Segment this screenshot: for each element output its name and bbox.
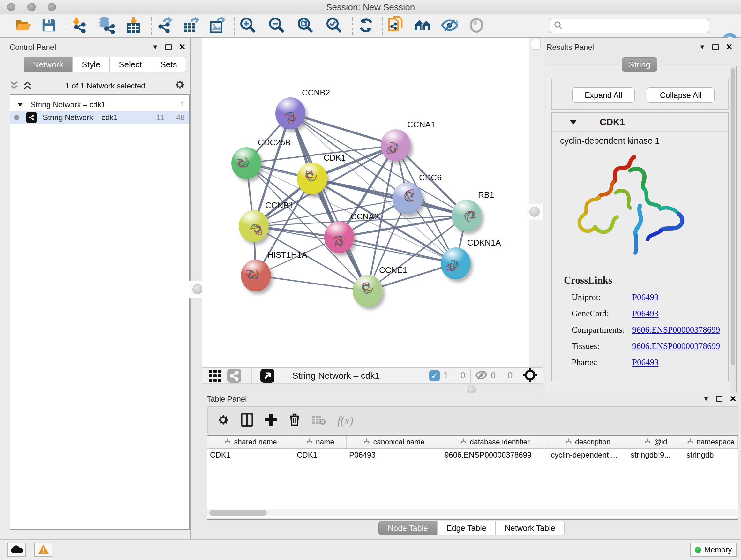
results-panel-close-icon[interactable]: ✕ bbox=[726, 42, 733, 52]
open-session-button[interactable] bbox=[13, 16, 33, 36]
crosslink-link[interactable]: 9606.ENSP00000378699 bbox=[632, 325, 720, 335]
table-cell[interactable]: 9606.ENSP00000378699 bbox=[442, 449, 548, 461]
zoom-in-button[interactable] bbox=[238, 16, 258, 36]
table-panel-collapse-icon[interactable]: ▼ bbox=[703, 395, 709, 402]
control-panel-collapse-icon[interactable]: ▼ bbox=[152, 44, 158, 51]
refresh-view-button[interactable] bbox=[356, 16, 376, 36]
collapse-all-button[interactable]: Collapse All bbox=[647, 87, 715, 103]
tab-string[interactable]: String bbox=[622, 57, 657, 71]
export-table-button[interactable] bbox=[181, 16, 201, 36]
clone-network-button[interactable] bbox=[386, 16, 406, 36]
expand-all-networks-icon[interactable] bbox=[23, 80, 32, 91]
network-edge[interactable] bbox=[290, 113, 396, 145]
network-node-cdc25b[interactable] bbox=[231, 147, 261, 179]
export-network-button[interactable] bbox=[155, 16, 175, 36]
select-columns-icon[interactable] bbox=[241, 413, 253, 428]
table-cell[interactable]: stringdb bbox=[684, 449, 738, 461]
network-node-ccnb1[interactable] bbox=[239, 210, 269, 242]
tab-edge-table[interactable]: Edge Table bbox=[437, 521, 495, 535]
tab-network-table[interactable]: Network Table bbox=[495, 521, 564, 535]
column-header-namespace[interactable]: namespace bbox=[684, 436, 738, 448]
network-canvas[interactable]: CCNB2CCNA1CDC25BCDK1CDC6RB1CCNB1CCNA2CDK… bbox=[202, 38, 529, 367]
control-panel-close-icon[interactable]: ✕ bbox=[179, 42, 186, 52]
column-header-sharedname[interactable]: shared name bbox=[207, 436, 294, 448]
hide-selected-button[interactable] bbox=[440, 16, 460, 36]
canvas-vertical-scrollbar[interactable] bbox=[529, 38, 542, 367]
canvas-scrollbar-thumb[interactable] bbox=[531, 39, 541, 50]
hidden-eye-slash-icon[interactable] bbox=[475, 370, 488, 382]
selected-checkbox-icon[interactable]: ✓ bbox=[429, 370, 440, 381]
tree-expand-icon[interactable] bbox=[17, 103, 23, 106]
search-field[interactable] bbox=[550, 19, 710, 33]
tab-node-table[interactable]: Node Table bbox=[379, 521, 437, 535]
table-row[interactable]: CDK1CDK1P064939606.ENSP00000378699cyclin… bbox=[207, 449, 738, 461]
cloud-status-button[interactable] bbox=[7, 543, 26, 557]
network-node-ccna1[interactable] bbox=[381, 129, 411, 161]
grid-view-icon[interactable] bbox=[207, 366, 223, 386]
expand-all-button[interactable]: Expand All bbox=[572, 87, 635, 103]
tab-network[interactable]: Network bbox=[23, 57, 72, 72]
column-header-id[interactable]: @id bbox=[628, 436, 684, 448]
results-panel-float-icon[interactable] bbox=[712, 44, 719, 51]
first-neighbors-button[interactable] bbox=[413, 16, 433, 36]
zoom-out-button[interactable] bbox=[267, 16, 286, 36]
table-cell[interactable]: cyclin-dependent ... bbox=[548, 449, 628, 461]
network-options-gear-icon[interactable] bbox=[174, 79, 185, 92]
network-edge[interactable] bbox=[256, 275, 367, 291]
tab-select[interactable]: Select bbox=[110, 57, 151, 72]
warnings-button[interactable] bbox=[35, 543, 52, 557]
birdseye-view-icon[interactable] bbox=[259, 366, 276, 386]
column-header-databaseidentifier[interactable]: database identifier bbox=[442, 436, 548, 448]
crosslink-link[interactable]: 9606.ENSP00000378699 bbox=[632, 341, 720, 351]
export-image-button[interactable] bbox=[207, 16, 227, 36]
results-panel-collapse-icon[interactable]: ▼ bbox=[699, 44, 705, 51]
show-all-button[interactable] bbox=[467, 16, 486, 36]
network-edge[interactable] bbox=[312, 179, 467, 215]
fit-selected-target-icon[interactable] bbox=[523, 368, 537, 384]
network-node-rb1[interactable] bbox=[452, 199, 482, 232]
zoom-selected-button[interactable] bbox=[324, 16, 344, 36]
table-cell[interactable]: CDK1 bbox=[207, 449, 294, 461]
column-header-canonicalname[interactable]: canonical name bbox=[347, 436, 442, 448]
tab-sets[interactable]: Sets bbox=[151, 57, 186, 72]
network-node-hist1h1a[interactable] bbox=[241, 260, 271, 292]
right-splitter-handle[interactable] bbox=[527, 204, 542, 220]
table-scrollbar-thumb[interactable] bbox=[209, 510, 267, 516]
memory-button[interactable]: Memory bbox=[690, 543, 737, 557]
section-collapse-icon[interactable] bbox=[569, 120, 577, 125]
crosslink-link[interactable]: P06493 bbox=[632, 309, 659, 319]
save-session-button[interactable] bbox=[39, 16, 59, 36]
import-table-button[interactable] bbox=[124, 16, 144, 36]
gene-section-header[interactable]: CDK1 bbox=[552, 113, 728, 132]
table-horizontal-scrollbar[interactable] bbox=[207, 509, 738, 516]
network-node-cdc6[interactable] bbox=[393, 182, 422, 214]
results-scrollbar[interactable] bbox=[731, 67, 736, 393]
table-cell[interactable]: P06493 bbox=[347, 449, 442, 461]
control-panel-float-icon[interactable] bbox=[165, 44, 172, 51]
search-input[interactable] bbox=[563, 22, 704, 30]
collapse-all-networks-icon[interactable] bbox=[10, 80, 18, 91]
table-panel-float-icon[interactable] bbox=[716, 396, 723, 402]
network-node-ccna2[interactable] bbox=[324, 221, 354, 253]
network-node-ccne1[interactable] bbox=[353, 275, 383, 307]
column-header-description[interactable]: description bbox=[548, 436, 628, 448]
crosslink-link[interactable]: P06493 bbox=[632, 358, 659, 368]
network-node-cdk1[interactable] bbox=[297, 163, 327, 194]
table-settings-gear-icon[interactable] bbox=[217, 414, 229, 428]
add-column-icon[interactable] bbox=[265, 414, 277, 428]
table-cell[interactable]: CDK1 bbox=[294, 449, 347, 461]
table-cell[interactable]: stringdb:9... bbox=[628, 449, 684, 461]
network-row[interactable]: String Network – cdk1 11 48 bbox=[10, 111, 189, 124]
network-share-view-icon[interactable] bbox=[226, 366, 243, 386]
import-network-file-button[interactable] bbox=[70, 16, 89, 36]
network-node-ccnb2[interactable] bbox=[275, 98, 306, 129]
network-edge[interactable] bbox=[290, 113, 367, 291]
delete-column-trash-icon[interactable] bbox=[289, 413, 300, 428]
network-edge[interactable] bbox=[339, 237, 456, 263]
column-header-name[interactable]: name bbox=[294, 436, 347, 448]
table-panel-close-icon[interactable]: ✕ bbox=[730, 394, 737, 404]
crosslink-link[interactable]: P06493 bbox=[632, 293, 659, 302]
network-collection-row[interactable]: String Network – cdk1 1 bbox=[10, 98, 189, 111]
tab-style[interactable]: Style bbox=[72, 57, 110, 72]
node-table[interactable]: shared namenamecanonical namedatabase id… bbox=[207, 435, 738, 518]
